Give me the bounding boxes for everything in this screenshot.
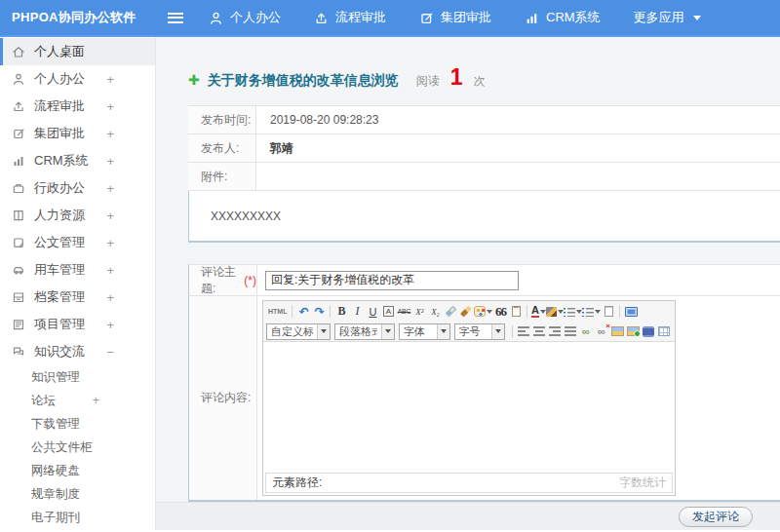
sidebar-item-label: CRM系统 <box>34 152 89 170</box>
sidebar-item-desktop[interactable]: 个人桌面 <box>0 38 155 65</box>
edit-square-icon <box>12 127 25 140</box>
dropdown-label: 字体 <box>404 324 433 339</box>
expand-mark[interactable]: + <box>106 236 114 250</box>
sidebar-item-knowledge-exchange[interactable]: 知识交流 − <box>0 338 155 365</box>
dropdown-label: 自定义标题 <box>271 324 313 339</box>
sidebar-item-label: 项目管理 <box>34 316 85 333</box>
highlight-color-button[interactable] <box>546 304 564 320</box>
editor-toolbar-row2: 自定义标题 段落格式 字体 字号 <box>263 322 675 342</box>
page-body: 个人桌面 个人办公 + 流程审批 + 集团审批 + CRM系统 + <box>0 37 780 530</box>
sidebar-subitem-network-disk[interactable]: 网络硬盘 <box>0 459 155 482</box>
nav-item-workflow-approval[interactable]: 流程审批 <box>314 9 386 26</box>
new-page-button[interactable] <box>601 304 616 320</box>
hamburger-menu-icon[interactable] <box>168 13 183 23</box>
read-count: 1 <box>450 68 463 86</box>
nav-item-crm[interactable]: CRM系统 <box>525 9 601 26</box>
insert-image-button[interactable] <box>609 323 625 339</box>
eraser-button[interactable] <box>443 304 458 320</box>
remove-link-button[interactable] <box>594 323 609 339</box>
expand-mark[interactable]: + <box>106 127 114 141</box>
submit-comment-button[interactable]: 发起评论 <box>679 507 753 527</box>
sidebar-item-label: 公文管理 <box>34 234 85 251</box>
sidebar-item-document-mgmt[interactable]: 公文管理 + <box>0 229 155 256</box>
sidebar-item-admin-office[interactable]: 行政办公 + <box>0 174 155 202</box>
bold-button[interactable]: B <box>333 304 349 320</box>
emoticon-palette-button[interactable] <box>474 304 492 320</box>
expand-mark[interactable]: + <box>106 181 114 196</box>
fullscreen-button[interactable] <box>623 304 639 320</box>
insert-link-button[interactable] <box>578 323 594 339</box>
image-upload-icon <box>627 326 640 336</box>
blockquote-button[interactable]: 66 <box>492 304 508 320</box>
sidebar-item-hr[interactable]: 人力资源 + <box>0 202 155 229</box>
table-row: 发布时间: 2019-08-20 09:28:23 <box>188 106 780 134</box>
align-left-button[interactable] <box>516 323 531 339</box>
align-center-button[interactable] <box>531 323 547 339</box>
font-color-button[interactable]: A <box>530 304 546 320</box>
rich-text-editor: HTML B I U A ABC X² <box>262 300 676 496</box>
nav-item-more-apps[interactable]: 更多应用 <box>634 9 701 26</box>
upload-image-button[interactable] <box>625 323 641 339</box>
sidebar-item-archive-mgmt[interactable]: 档案管理 + <box>0 284 155 311</box>
format-brush-button[interactable] <box>458 304 474 320</box>
html-source-button[interactable]: HTML <box>266 304 289 320</box>
comment-subject-input[interactable] <box>265 271 519 290</box>
expand-mark[interactable]: + <box>93 394 99 407</box>
sidebar-subitem-public-file-cabinet[interactable]: 公共文件柜 <box>0 436 155 459</box>
remove-format-button[interactable]: A <box>380 304 396 320</box>
font-family-dropdown[interactable]: 字体 <box>399 323 450 340</box>
sidebar-subitem-e-journal[interactable]: 电子期刊 <box>0 506 155 529</box>
align-justify-button[interactable] <box>563 323 578 339</box>
sidebar-item-workflow-approval[interactable]: 流程审批 + <box>0 93 155 120</box>
expand-mark[interactable]: + <box>106 72 114 87</box>
sidebar-item-vehicle-mgmt[interactable]: 用车管理 + <box>0 256 155 284</box>
insert-table-button[interactable] <box>656 323 672 339</box>
sidebar-item-label: 流程审批 <box>34 97 85 115</box>
dropdown-label: 字号 <box>459 324 488 339</box>
fullscreen-icon <box>625 307 638 317</box>
expand-mark[interactable]: + <box>106 99 114 114</box>
collapse-mark[interactable]: − <box>106 345 114 360</box>
nav-label: 流程审批 <box>335 9 386 26</box>
expand-mark[interactable]: + <box>106 154 114 169</box>
editor-content-area[interactable] <box>263 342 675 473</box>
sidebar-subitem-download-mgmt[interactable]: 下载管理 <box>0 412 155 436</box>
paste-button[interactable] <box>508 304 524 320</box>
article-title-row: ✚ 关于财务增值税的改革信息浏览 阅读 1 次 <box>188 68 780 92</box>
expand-mark[interactable]: + <box>106 209 114 223</box>
sidebar-subitem-forum[interactable]: 论坛 + <box>0 389 155 412</box>
nav-item-personal-office[interactable]: 个人办公 <box>209 9 281 26</box>
paragraph-format-dropdown[interactable]: 段落格式 <box>334 323 395 340</box>
ordered-list-button[interactable] <box>564 304 582 320</box>
subscript-button[interactable]: X₂ <box>427 304 443 320</box>
sidebar-subitem-knowledge-mgmt[interactable]: 知识管理 <box>0 365 155 389</box>
sidebar-item-label: 档案管理 <box>34 288 85 306</box>
custom-heading-dropdown[interactable]: 自定义标题 <box>266 323 331 340</box>
underline-button[interactable]: U <box>365 304 380 320</box>
sidebar-item-personal-office[interactable]: 个人办公 + <box>0 65 155 93</box>
word-count-label[interactable]: 字数统计 <box>619 475 666 491</box>
sidebar-subitem-label: 规章制度 <box>31 486 80 503</box>
toolbar-separator <box>512 325 513 338</box>
expand-mark[interactable]: + <box>106 290 114 305</box>
strikethrough-button[interactable]: ABC <box>396 304 411 320</box>
expand-mark[interactable]: + <box>106 263 114 278</box>
sidebar-item-group-approval[interactable]: 集团审批 + <box>0 120 155 147</box>
superscript-button[interactable]: X² <box>411 304 427 320</box>
unordered-list-button[interactable] <box>582 304 601 320</box>
align-right-button[interactable] <box>547 323 563 339</box>
italic-button[interactable]: I <box>349 304 365 320</box>
redo-button[interactable] <box>311 304 327 320</box>
sidebar-item-crm[interactable]: CRM系统 + <box>0 147 155 174</box>
undo-button[interactable] <box>295 304 311 320</box>
sidebar-subitem-rules[interactable]: 规章制度 <box>0 482 155 506</box>
insert-media-button[interactable] <box>641 323 656 339</box>
expand-mark[interactable]: + <box>106 318 114 332</box>
font-size-dropdown[interactable]: 字号 <box>454 323 506 340</box>
nav-item-group-approval[interactable]: 集团审批 <box>419 9 491 26</box>
ordered-list-icon <box>564 307 575 317</box>
sidebar-item-project-mgmt[interactable]: 项目管理 + <box>0 311 155 338</box>
align-left-icon <box>518 326 529 336</box>
article-info-table: 发布时间: 2019-08-20 09:28:23 发布人: 郭靖 附件: XX… <box>188 105 780 243</box>
edit-square-icon <box>419 11 434 25</box>
